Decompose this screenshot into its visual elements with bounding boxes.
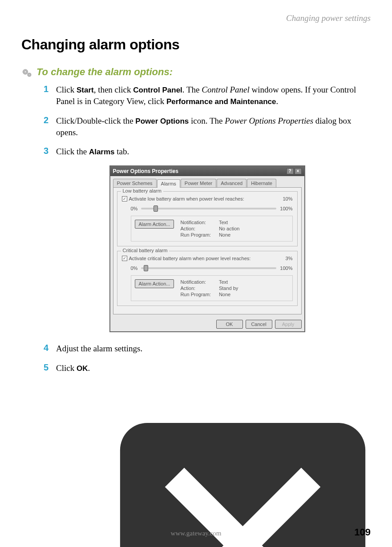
text: . [88,363,90,373]
bold: Performance and Maintenance [166,97,276,106]
kv-key: Notification: [180,279,210,285]
group-label: Low battery alarm [121,188,163,193]
slider-max: 100% [280,206,292,211]
close-icon[interactable]: × [295,168,302,174]
text: icon. The [189,116,225,125]
kv-val: Text [219,279,238,285]
page-number: 109 [354,527,371,538]
dialog-screenshot: Power Options Properties ? × Power Schem… [109,165,305,332]
text: Click the [56,147,89,156]
kv-val: Stand by [219,286,238,291]
power-options-window: Power Options Properties ? × Power Schem… [109,165,305,332]
italic: Power Options Properties [225,116,313,125]
step-list: 1 Click Start, then click Control Panel.… [44,84,371,547]
step-number: 4 [44,343,50,353]
kv-key: Run Program: [180,232,210,237]
crit-percent: 3% [286,256,293,261]
gears-icon [21,67,33,79]
text: Adjust the alarm settings. [56,344,142,353]
step-number: 3 [44,146,50,156]
text: . The [182,85,202,94]
slider-thumb[interactable] [154,205,158,212]
step-number: 1 [44,84,50,94]
running-header: Changing power settings [21,13,371,23]
group-label: Critical battery alarm [121,248,170,253]
checkbox-label: Activate critical battery alarm when pow… [129,256,251,261]
text: Click/Double-click the [56,116,135,125]
low-checkbox[interactable]: ✓ [122,196,127,201]
tab-power-meter[interactable]: Power Meter [181,179,216,187]
slider-min: 0% [131,206,138,211]
step-text: Click Start, then click Control Panel. T… [56,84,371,107]
step-text: Click OK. [56,362,90,374]
kv-val: No action [219,226,239,231]
text: . [276,97,279,106]
checkbox-label: Activate low battery alarm when power le… [129,196,244,201]
ok-button[interactable]: OK [216,320,243,329]
bold: OK [77,364,88,373]
text: Click [56,363,77,373]
step-text: Click the Alarms tab. [56,146,129,157]
slider-min: 0% [131,265,138,271]
step-1: 1 Click Start, then click Control Panel.… [44,84,371,107]
kv-key: Action: [180,286,210,291]
page-title: Changing alarm options [21,36,371,53]
bold: Power Options [135,117,189,125]
tab-body: Low battery alarm ✓ Activate low battery… [113,187,302,314]
kv-val: Text [219,220,239,225]
procedure-heading: To change the alarm options: [36,66,173,78]
kv-key: Run Program: [180,292,210,297]
step-text: Adjust the alarm settings. [56,343,142,354]
text: Click [56,85,77,94]
step-number: 5 [44,362,50,373]
bold: Alarms [89,148,115,156]
text: , then click [94,85,133,94]
tabs-row: Power Schemes Alarms Power Meter Advance… [110,176,304,187]
apply-button[interactable]: Apply [275,320,302,329]
critical-battery-group: Critical battery alarm ✓ Activate critic… [117,251,298,306]
footer-url: www.gateway.com [171,530,222,537]
step-5: 5 Click OK. [44,362,371,374]
window-title: Power Options Properties [113,168,178,174]
crit-checkbox[interactable]: ✓ [122,256,127,261]
low-slider[interactable] [141,208,276,209]
step-4: 4 Adjust the alarm settings. [44,343,371,354]
svg-point-1 [24,71,26,73]
titlebar: Power Options Properties ? × [110,166,304,176]
bold: Start [77,86,94,94]
crit-alarm-action-button[interactable]: Alarm Action... [135,279,174,288]
bold: Control Panel [133,86,182,94]
low-alarm-action-button[interactable]: Alarm Action... [135,220,174,229]
tab-hibernate[interactable]: Hibernate [247,179,276,187]
kv-val: None [219,232,239,237]
page-footer: www.gateway.com [0,530,392,537]
tab-advanced[interactable]: Advanced [217,179,247,187]
kv-val: None [219,292,238,297]
tab-power-schemes[interactable]: Power Schemes [113,179,157,187]
text: tab. [115,147,129,156]
help-icon[interactable]: ? [287,168,294,174]
kv-key: Notification: [180,220,210,225]
step-3: 3 Click the Alarms tab. [44,146,371,157]
italic: Control Panel [202,85,250,94]
step-number: 2 [44,115,50,125]
low-percent: 10% [283,196,292,201]
slider-max: 100% [280,265,292,271]
low-battery-group: Low battery alarm ✓ Activate low battery… [117,191,298,246]
crit-slider[interactable] [141,267,276,269]
slider-thumb[interactable] [144,265,148,271]
tab-alarms[interactable]: Alarms [157,179,180,188]
step-2: 2 Click/Double-click the Power Options i… [44,115,371,138]
cancel-button[interactable]: Cancel [246,320,272,329]
svg-point-3 [28,74,30,76]
kv-key: Action: [180,226,210,231]
dialog-button-row: OK Cancel Apply [110,317,304,331]
step-text: Click/Double-click the Power Options ico… [56,115,371,138]
